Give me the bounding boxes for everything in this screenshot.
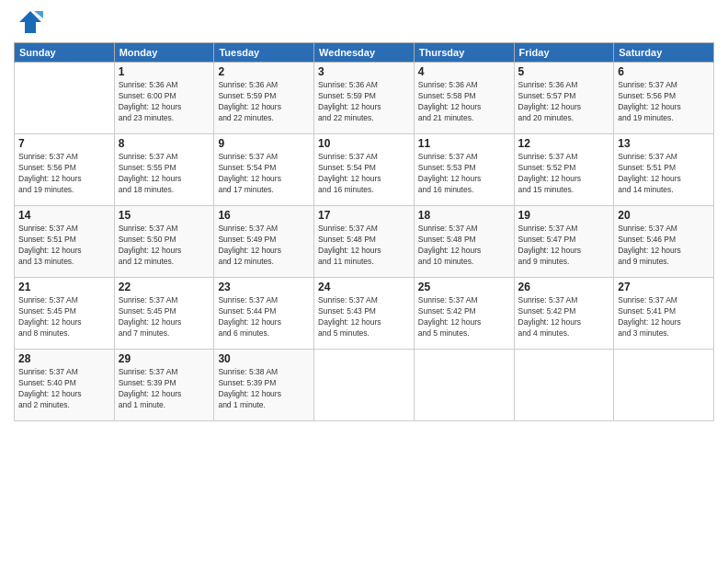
cell-5-4 <box>314 350 415 421</box>
day-number: 21 <box>18 281 110 293</box>
week-row-5: 28Sunrise: 5:37 AM Sunset: 5:40 PM Dayli… <box>15 350 714 421</box>
day-number: 4 <box>418 65 510 78</box>
week-row-4: 21Sunrise: 5:37 AM Sunset: 5:45 PM Dayli… <box>15 278 714 350</box>
cell-info: Sunrise: 5:37 AM Sunset: 5:46 PM Dayligh… <box>618 224 710 268</box>
cell-info: Sunrise: 5:37 AM Sunset: 5:40 PM Dayligh… <box>18 367 110 411</box>
day-number: 10 <box>318 137 410 150</box>
col-header-saturday: Saturday <box>614 43 714 63</box>
cell-1-6: 5Sunrise: 5:36 AM Sunset: 5:57 PM Daylig… <box>514 63 614 134</box>
cell-4-2: 22Sunrise: 5:37 AM Sunset: 5:45 PM Dayli… <box>114 278 214 350</box>
day-number: 16 <box>218 209 310 222</box>
cell-4-7: 27Sunrise: 5:37 AM Sunset: 5:41 PM Dayli… <box>614 278 714 350</box>
cell-5-6 <box>514 350 614 421</box>
cell-info: Sunrise: 5:36 AM Sunset: 5:59 PM Dayligh… <box>318 80 410 124</box>
cell-3-6: 19Sunrise: 5:37 AM Sunset: 5:47 PM Dayli… <box>514 206 614 278</box>
col-header-sunday: Sunday <box>15 43 115 63</box>
day-number: 6 <box>618 65 710 78</box>
cell-info: Sunrise: 5:37 AM Sunset: 5:44 PM Dayligh… <box>218 295 310 339</box>
cell-4-5: 25Sunrise: 5:37 AM Sunset: 5:42 PM Dayli… <box>414 278 514 350</box>
cell-info: Sunrise: 5:37 AM Sunset: 5:56 PM Dayligh… <box>18 152 110 196</box>
day-number: 29 <box>119 352 210 365</box>
cell-4-3: 23Sunrise: 5:37 AM Sunset: 5:44 PM Dayli… <box>214 278 314 350</box>
day-number: 15 <box>119 209 210 222</box>
cell-3-3: 16Sunrise: 5:37 AM Sunset: 5:49 PM Dayli… <box>214 206 314 278</box>
cell-1-3: 2Sunrise: 5:36 AM Sunset: 5:59 PM Daylig… <box>214 63 314 134</box>
col-header-tuesday: Tuesday <box>214 43 314 63</box>
day-number: 20 <box>618 209 710 222</box>
day-number: 28 <box>18 352 110 365</box>
day-number: 27 <box>618 281 710 293</box>
day-number: 18 <box>418 209 510 222</box>
day-number: 26 <box>518 281 610 293</box>
day-number: 11 <box>418 137 510 150</box>
cell-2-4: 10Sunrise: 5:37 AM Sunset: 5:54 PM Dayli… <box>314 134 415 206</box>
day-number: 9 <box>218 137 310 150</box>
cell-info: Sunrise: 5:37 AM Sunset: 5:45 PM Dayligh… <box>119 295 210 339</box>
day-number: 5 <box>518 65 610 78</box>
cell-1-5: 4Sunrise: 5:36 AM Sunset: 5:58 PM Daylig… <box>414 63 514 134</box>
day-number: 3 <box>318 65 410 78</box>
cell-2-6: 12Sunrise: 5:37 AM Sunset: 5:52 PM Dayli… <box>514 134 614 206</box>
day-number: 17 <box>318 209 410 222</box>
week-row-1: 1Sunrise: 5:36 AM Sunset: 6:00 PM Daylig… <box>15 63 714 134</box>
cell-1-4: 3Sunrise: 5:36 AM Sunset: 5:59 PM Daylig… <box>314 63 415 134</box>
cell-info: Sunrise: 5:37 AM Sunset: 5:42 PM Dayligh… <box>418 295 510 339</box>
week-row-3: 14Sunrise: 5:37 AM Sunset: 5:51 PM Dayli… <box>15 206 714 278</box>
day-number: 14 <box>18 209 110 222</box>
day-number: 30 <box>218 352 310 365</box>
cell-info: Sunrise: 5:36 AM Sunset: 5:59 PM Dayligh… <box>218 80 310 124</box>
cell-2-1: 7Sunrise: 5:37 AM Sunset: 5:56 PM Daylig… <box>15 134 115 206</box>
cell-3-5: 18Sunrise: 5:37 AM Sunset: 5:48 PM Dayli… <box>414 206 514 278</box>
logo <box>14 9 43 35</box>
cell-info: Sunrise: 5:37 AM Sunset: 5:45 PM Dayligh… <box>18 295 110 339</box>
day-number: 12 <box>518 137 610 150</box>
col-header-friday: Friday <box>514 43 614 63</box>
cell-info: Sunrise: 5:38 AM Sunset: 5:39 PM Dayligh… <box>218 367 310 411</box>
cell-info: Sunrise: 5:37 AM Sunset: 5:50 PM Dayligh… <box>119 224 210 268</box>
cell-info: Sunrise: 5:37 AM Sunset: 5:53 PM Dayligh… <box>418 152 510 196</box>
day-number: 23 <box>218 281 310 293</box>
col-header-wednesday: Wednesday <box>314 43 415 63</box>
cell-3-4: 17Sunrise: 5:37 AM Sunset: 5:48 PM Dayli… <box>314 206 415 278</box>
cell-info: Sunrise: 5:37 AM Sunset: 5:47 PM Dayligh… <box>518 224 610 268</box>
day-number: 24 <box>318 281 410 293</box>
col-header-monday: Monday <box>114 43 214 63</box>
day-number: 7 <box>18 137 110 150</box>
cell-info: Sunrise: 5:37 AM Sunset: 5:48 PM Dayligh… <box>418 224 510 268</box>
day-number: 22 <box>119 281 210 293</box>
day-number: 19 <box>518 209 610 222</box>
cell-2-3: 9Sunrise: 5:37 AM Sunset: 5:54 PM Daylig… <box>214 134 314 206</box>
cell-info: Sunrise: 5:37 AM Sunset: 5:54 PM Dayligh… <box>218 152 310 196</box>
cell-info: Sunrise: 5:37 AM Sunset: 5:51 PM Dayligh… <box>18 224 110 268</box>
cell-3-1: 14Sunrise: 5:37 AM Sunset: 5:51 PM Dayli… <box>15 206 115 278</box>
cell-4-1: 21Sunrise: 5:37 AM Sunset: 5:45 PM Dayli… <box>15 278 115 350</box>
cell-info: Sunrise: 5:37 AM Sunset: 5:49 PM Dayligh… <box>218 224 310 268</box>
cell-info: Sunrise: 5:37 AM Sunset: 5:42 PM Dayligh… <box>518 295 610 339</box>
cell-5-5 <box>414 350 514 421</box>
page-header <box>14 9 714 35</box>
cell-1-7: 6Sunrise: 5:37 AM Sunset: 5:56 PM Daylig… <box>614 63 714 134</box>
cell-5-3: 30Sunrise: 5:38 AM Sunset: 5:39 PM Dayli… <box>214 350 314 421</box>
cell-3-2: 15Sunrise: 5:37 AM Sunset: 5:50 PM Dayli… <box>114 206 214 278</box>
calendar-table: SundayMondayTuesdayWednesdayThursdayFrid… <box>14 42 714 421</box>
svg-marker-0 <box>19 11 41 33</box>
cell-info: Sunrise: 5:37 AM Sunset: 5:39 PM Dayligh… <box>119 367 210 411</box>
day-number: 13 <box>618 137 710 150</box>
logo-icon <box>17 9 43 35</box>
cell-2-2: 8Sunrise: 5:37 AM Sunset: 5:55 PM Daylig… <box>114 134 214 206</box>
day-number: 1 <box>119 65 210 78</box>
cell-info: Sunrise: 5:36 AM Sunset: 5:57 PM Dayligh… <box>518 80 610 124</box>
col-header-thursday: Thursday <box>414 43 514 63</box>
day-number: 8 <box>119 137 210 150</box>
cell-5-2: 29Sunrise: 5:37 AM Sunset: 5:39 PM Dayli… <box>114 350 214 421</box>
cell-info: Sunrise: 5:37 AM Sunset: 5:51 PM Dayligh… <box>618 152 710 196</box>
calendar-body: 1Sunrise: 5:36 AM Sunset: 6:00 PM Daylig… <box>15 63 714 421</box>
cell-info: Sunrise: 5:37 AM Sunset: 5:54 PM Dayligh… <box>318 152 410 196</box>
cell-info: Sunrise: 5:36 AM Sunset: 5:58 PM Dayligh… <box>418 80 510 124</box>
cell-info: Sunrise: 5:36 AM Sunset: 6:00 PM Dayligh… <box>119 80 210 124</box>
calendar-header-row: SundayMondayTuesdayWednesdayThursdayFrid… <box>15 43 714 63</box>
cell-info: Sunrise: 5:37 AM Sunset: 5:48 PM Dayligh… <box>318 224 410 268</box>
cell-5-7 <box>614 350 714 421</box>
cell-info: Sunrise: 5:37 AM Sunset: 5:41 PM Dayligh… <box>618 295 710 339</box>
day-number: 2 <box>218 65 310 78</box>
